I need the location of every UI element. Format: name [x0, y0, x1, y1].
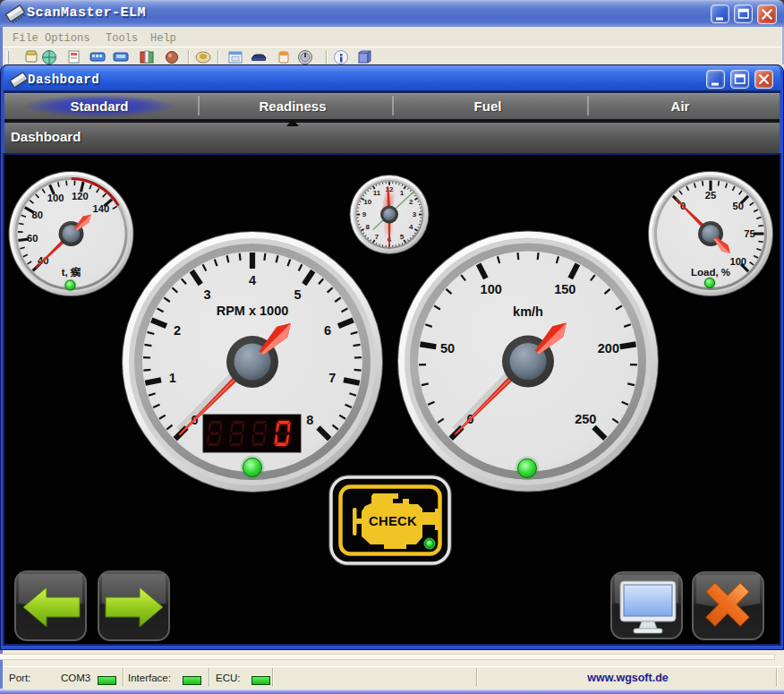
svg-text:4: 4 [249, 273, 256, 287]
svg-text:9: 9 [362, 210, 367, 218]
svg-text:km/h: km/h [513, 304, 543, 319]
svg-text:250: 250 [575, 412, 596, 426]
svg-text:50: 50 [440, 341, 455, 356]
svg-text:3: 3 [203, 287, 210, 302]
svg-text:80: 80 [31, 210, 42, 220]
svg-text:RPM x 1000: RPM x 1000 [217, 304, 289, 318]
svg-text:7: 7 [375, 233, 379, 241]
svg-text:140: 140 [92, 203, 109, 214]
svg-text:2: 2 [174, 323, 181, 338]
svg-text:8: 8 [306, 413, 313, 427]
svg-text:Load, %: Load, % [691, 267, 730, 278]
svg-text:5: 5 [400, 233, 405, 241]
svg-text:5: 5 [294, 287, 302, 302]
svg-text:6: 6 [324, 323, 331, 338]
svg-text:100: 100 [481, 282, 502, 296]
svg-text:10: 10 [363, 198, 371, 206]
svg-text:CHECK: CHECK [369, 514, 417, 528]
svg-text:50: 50 [733, 201, 744, 211]
svg-text:150: 150 [554, 282, 575, 296]
svg-text:4: 4 [409, 223, 413, 231]
svg-text:1: 1 [400, 189, 405, 197]
svg-text:8: 8 [366, 223, 371, 231]
svg-text:200: 200 [598, 341, 619, 356]
svg-text:t, 瘸: t, 瘸 [62, 266, 81, 278]
svg-text:7: 7 [328, 371, 336, 385]
svg-text:11: 11 [373, 189, 381, 197]
svg-text:75: 75 [744, 228, 754, 239]
svg-text:1: 1 [169, 371, 176, 385]
svg-text:120: 120 [72, 191, 89, 201]
svg-text:2: 2 [409, 198, 413, 206]
svg-text:25: 25 [705, 190, 716, 201]
svg-text:12: 12 [386, 185, 394, 193]
svg-text:60: 60 [27, 233, 38, 244]
svg-text:3: 3 [413, 210, 417, 218]
svg-text:100: 100 [47, 193, 64, 203]
svg-text:100: 100 [729, 256, 746, 267]
